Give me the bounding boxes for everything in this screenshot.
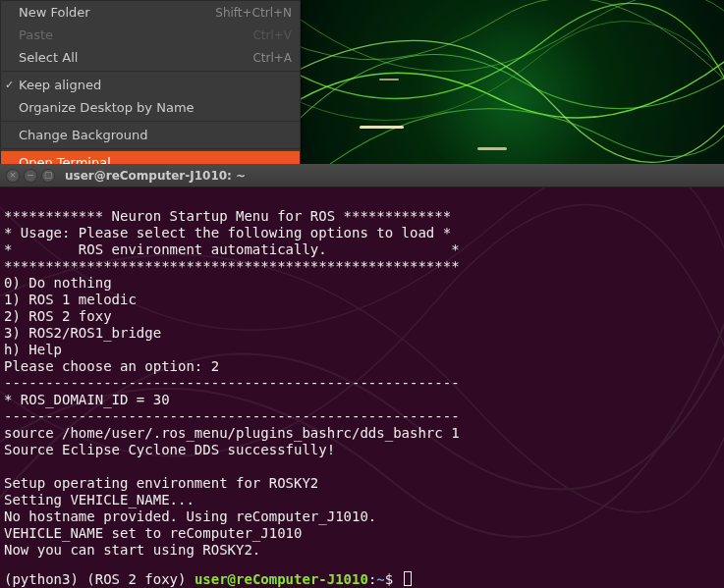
terminal-line: 2) ROS 2 foxy — [4, 308, 112, 324]
prompt-host: reComputer-J1010 — [236, 571, 368, 587]
terminal-line: * Usage: Please select the following opt… — [4, 225, 451, 241]
terminal-line: Please choose an option: 2 — [4, 358, 219, 374]
maximize-button[interactable]: ▢ — [41, 169, 55, 183]
minimize-button[interactable]: − — [24, 169, 37, 183]
prompt-env: (python3) (ROS 2 foxy) — [4, 571, 195, 587]
terminal-line: ************ Neuron Startup Menu for ROS… — [4, 208, 451, 224]
desktop-context-menu: New Folder Shift+Ctrl+N Paste Ctrl+V Sel… — [0, 0, 301, 175]
window-title: user@reComputer-J1010: ~ — [65, 169, 246, 183]
terminal-line: No hostname provided. Using reComputer_J… — [4, 508, 376, 524]
terminal-line: ****************************************… — [4, 258, 460, 274]
menu-item-shortcut: Ctrl+A — [252, 51, 292, 65]
terminal-line: * ROS environment automatically. * — [4, 241, 460, 257]
terminal-line: 3) ROS2/ROS1_bridge — [4, 325, 161, 341]
svg-rect-2 — [379, 79, 399, 80]
terminal-line: Now you can start using ROSKY2. — [4, 542, 260, 558]
menu-item-label: Select All — [19, 50, 252, 65]
svg-rect-1 — [477, 147, 507, 150]
prompt-user: user — [195, 571, 228, 587]
terminal-line: Setting VEHICLE_NAME... — [4, 492, 195, 508]
menu-item-shortcut: Shift+Ctrl+N — [215, 6, 292, 20]
terminal-line: * ROS_DOMAIN_ID = 30 — [4, 392, 170, 407]
wallpaper-curves — [301, 0, 724, 164]
menu-separator — [1, 148, 300, 149]
terminal-titlebar[interactable]: × − ▢ user@reComputer-J1010: ~ — [0, 164, 724, 187]
menu-organize-desktop[interactable]: Organize Desktop by Name — [1, 96, 300, 119]
menu-item-label: Change Background — [19, 128, 292, 142]
menu-item-label: Paste — [19, 27, 252, 42]
terminal-line: ----------------------------------------… — [4, 408, 460, 424]
terminal-line: Setup operating environment for ROSKY2 — [4, 475, 318, 491]
menu-separator — [1, 121, 300, 122]
terminal-line: source /home/user/.ros_menu/plugins_bash… — [4, 425, 460, 441]
terminal-window: × − ▢ user@reComputer-J1010: ~ *********… — [0, 164, 724, 588]
menu-select-all[interactable]: Select All Ctrl+A — [1, 46, 300, 69]
terminal-body[interactable]: ************ Neuron Startup Menu for ROS… — [0, 187, 724, 588]
menu-paste: Paste Ctrl+V — [1, 24, 300, 46]
close-button[interactable]: × — [6, 169, 20, 183]
terminal-line: 0) Do nothing — [4, 275, 112, 291]
terminal-line: Source Eclipse Cyclone DDS successfully! — [4, 442, 335, 457]
terminal-line: h) Help — [4, 342, 62, 357]
terminal-line: 1) ROS 1 melodic — [4, 292, 137, 307]
terminal-line: VEHICLE_NAME set to reComputer_J1010 — [4, 525, 302, 541]
desktop-wallpaper — [301, 0, 724, 164]
checkmark-icon: ✓ — [5, 79, 14, 91]
menu-item-label: Organize Desktop by Name — [19, 100, 292, 115]
terminal-cursor — [404, 571, 412, 586]
terminal-line: ----------------------------------------… — [4, 375, 460, 391]
menu-item-shortcut: Ctrl+V — [252, 28, 292, 42]
menu-change-background[interactable]: Change Background — [1, 124, 300, 146]
terminal-prompt[interactable]: (python3) (ROS 2 foxy) user@reComputer-J… — [4, 571, 720, 588]
menu-keep-aligned[interactable]: ✓ Keep aligned — [1, 74, 300, 96]
menu-item-label: Keep aligned — [19, 78, 292, 92]
menu-new-folder[interactable]: New Folder Shift+Ctrl+N — [1, 1, 300, 24]
svg-rect-0 — [360, 126, 404, 129]
prompt-path: ~ — [376, 571, 384, 587]
menu-item-label: New Folder — [19, 5, 215, 20]
menu-separator — [1, 71, 300, 72]
